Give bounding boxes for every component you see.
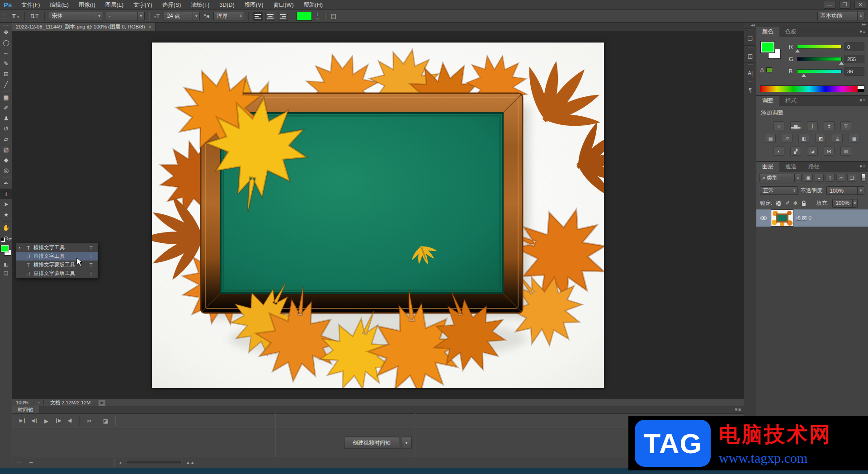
document-tab[interactable]: 2022-12-08_111449_副本.png @ 100% (图层 0, R… xyxy=(12,23,156,31)
black-white-icon[interactable]: ◧ xyxy=(798,134,809,143)
create-timeline-dropdown[interactable]: ▼ xyxy=(401,436,412,449)
text-color-swatch[interactable] xyxy=(297,12,312,21)
exposure-icon[interactable]: ± xyxy=(824,121,835,130)
move-tool[interactable]: ✥ xyxy=(0,27,12,38)
history-brush-tool[interactable]: ↺ xyxy=(0,123,12,134)
canvas-image[interactable] xyxy=(152,43,604,388)
scissors-icon[interactable]: ✂ xyxy=(83,418,95,424)
panel-tab[interactable]: 样式 xyxy=(779,96,802,106)
marquee-tool[interactable]: ◯ xyxy=(0,38,12,48)
channel-value-field[interactable]: 36 xyxy=(844,67,864,76)
menu-item[interactable]: 帮助(H) xyxy=(299,0,328,10)
threshold-icon[interactable]: ◪ xyxy=(807,147,818,156)
panel-tab[interactable]: 色板 xyxy=(779,27,802,37)
align-center-button[interactable] xyxy=(265,12,275,21)
gamut-safe-swatch[interactable] xyxy=(766,67,772,72)
lasso-tool[interactable]: ∽ xyxy=(0,48,12,58)
panel-tab[interactable]: 路径 xyxy=(802,162,826,172)
crop-tool[interactable]: ⊞ xyxy=(0,69,12,79)
warp-text-button[interactable]: T◡ xyxy=(315,13,321,19)
menu-item[interactable]: 视图(V) xyxy=(240,0,269,10)
status-flyout-button[interactable]: ▶ xyxy=(99,400,105,406)
filter-adjustment-layers-icon[interactable]: ◒ xyxy=(815,174,824,182)
filter-pixel-layers-icon[interactable]: ▣ xyxy=(804,174,813,182)
menu-item-horizontal-type[interactable]: ▪ T 横排文字工具 T xyxy=(16,243,98,252)
menu-item[interactable]: 3D(D) xyxy=(214,0,239,10)
layer-thumbnail[interactable] xyxy=(772,210,793,226)
path-selection-tool[interactable]: ➤ xyxy=(0,199,12,209)
layer-visibility-toggle[interactable] xyxy=(759,216,768,220)
channel-mixer-icon[interactable]: ◬ xyxy=(832,134,843,143)
menu-item[interactable]: 文字(Y) xyxy=(128,0,157,10)
gamut-warning[interactable]: ⚠ xyxy=(760,67,772,73)
channel-value-field[interactable]: 0 xyxy=(844,43,864,51)
render-video-icon[interactable]: ➦ xyxy=(26,460,37,465)
zoom-slider-track[interactable] xyxy=(126,461,182,464)
quick-mask-button[interactable]: ◧ xyxy=(0,260,12,269)
selective-color-icon[interactable]: ▥ xyxy=(840,147,851,156)
gradient-map-icon[interactable]: ⋈ xyxy=(824,147,835,156)
layer-row[interactable]: 图层 0 xyxy=(756,209,868,227)
photo-filter-icon[interactable]: ◩ xyxy=(815,134,826,143)
toggle-panels-button[interactable]: ▤ xyxy=(329,13,337,19)
clone-stamp-tool[interactable]: ♟ xyxy=(0,113,12,123)
workspace-select[interactable]: 基本功能⇕ xyxy=(817,12,864,20)
curves-icon[interactable]: ∫ xyxy=(807,121,818,130)
lock-transparency-button[interactable] xyxy=(776,200,782,206)
custom-shape-tool[interactable]: ★ xyxy=(0,209,12,220)
pen-tool[interactable]: ✒ xyxy=(0,178,12,189)
type-tool[interactable]: T xyxy=(0,189,12,199)
blur-tool[interactable]: ◆ xyxy=(0,155,12,165)
quick-selection-tool[interactable]: ✎ xyxy=(0,58,12,69)
filter-type-layers-icon[interactable]: T xyxy=(826,174,835,182)
align-right-button[interactable] xyxy=(278,12,288,21)
gradient-tool[interactable]: ▧ xyxy=(0,144,12,155)
swap-colors-icon[interactable]: ⇄ xyxy=(8,237,12,242)
panel-menu-icon[interactable]: ▼≡ xyxy=(859,164,865,169)
properties-panel-icon[interactable]: ▪▪▪▪▪ ◫ xyxy=(744,45,756,62)
layer-filter-toggle[interactable] xyxy=(861,174,865,182)
timeline-menu-icon[interactable]: ▼≡ xyxy=(734,407,741,412)
font-family-select[interactable]: 宋体▼ xyxy=(49,12,103,20)
posterize-icon[interactable]: ▞ xyxy=(790,147,801,156)
slider-handle[interactable] xyxy=(802,74,806,77)
menu-item[interactable]: 选择(S) xyxy=(157,0,186,10)
character-panel-icon[interactable]: ▪▪▪▪▪ A| xyxy=(744,62,756,80)
brush-tool[interactable]: ✐ xyxy=(0,103,12,113)
panel-foreground-swatch[interactable] xyxy=(761,42,774,52)
channel-value-field[interactable]: 255 xyxy=(844,55,864,63)
menu-item[interactable]: 图像(I) xyxy=(74,0,100,10)
menu-item-vertical-type-mask[interactable]: ↓T 直排文字蒙版工具 T xyxy=(16,269,98,278)
layer-filter-select[interactable]: ⌕ 类型 ⇕ xyxy=(759,174,802,182)
color-lookup-icon[interactable]: ▦ xyxy=(849,134,859,143)
levels-icon[interactable]: ▂▅▂ xyxy=(790,121,801,130)
panel-tab[interactable]: 图层 xyxy=(756,162,779,172)
font-size-select[interactable]: 24 点▼ xyxy=(164,12,200,20)
menu-item[interactable]: 图层(L) xyxy=(100,0,128,10)
screen-mode-button[interactable]: ❏ xyxy=(0,269,12,278)
color-ramp[interactable] xyxy=(760,85,864,92)
history-panel-icon[interactable]: ▪▪▪▪▪ ❐ xyxy=(744,28,756,45)
brightness-contrast-icon[interactable]: ☼ xyxy=(774,121,784,130)
lock-paint-button[interactable]: ✐ xyxy=(785,200,789,206)
audio-button[interactable]: ◀) xyxy=(64,418,75,424)
hand-tool[interactable]: ✋ xyxy=(0,223,12,233)
blend-mode-select[interactable]: 正常⇕ xyxy=(760,186,798,195)
first-frame-button[interactable]: ▶❙ xyxy=(17,418,28,424)
spectrum-ramp[interactable] xyxy=(760,86,858,92)
anti-alias-select[interactable]: 浑厚⇕ xyxy=(213,12,244,20)
dodge-tool[interactable]: ◎ xyxy=(0,165,12,175)
channel-slider-track[interactable] xyxy=(797,45,842,49)
black-swatch[interactable] xyxy=(858,89,864,92)
channel-slider-track[interactable] xyxy=(797,57,842,61)
default-colors-icon[interactable] xyxy=(1,238,5,242)
opacity-select[interactable]: 100%▼ xyxy=(826,186,864,195)
text-orientation-toggle[interactable]: ⇅T xyxy=(29,13,40,19)
slider-handle[interactable] xyxy=(795,49,800,52)
zoom-level-field[interactable]: 100% xyxy=(12,400,33,405)
close-tab-icon[interactable]: × xyxy=(149,24,151,30)
healing-brush-tool[interactable]: ▦ xyxy=(0,92,12,103)
slider-handle[interactable] xyxy=(839,62,844,65)
align-left-button[interactable] xyxy=(253,12,263,21)
channel-slider-track[interactable] xyxy=(797,69,842,73)
